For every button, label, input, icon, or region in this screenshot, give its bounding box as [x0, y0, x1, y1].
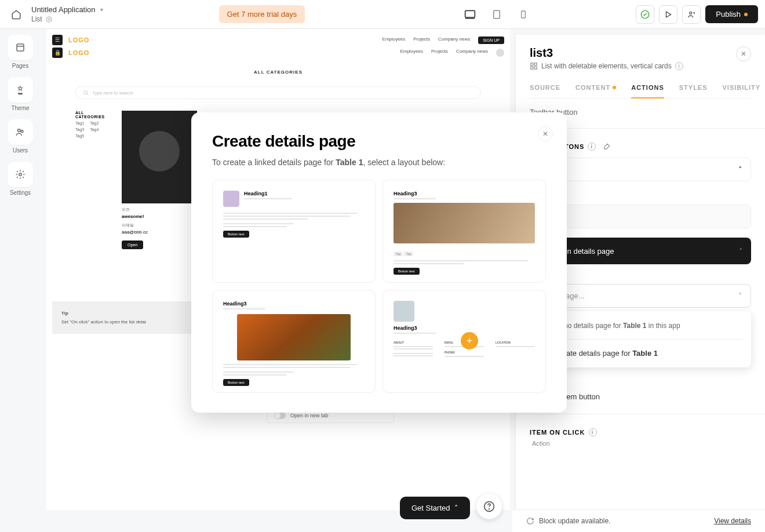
play-button[interactable]	[659, 5, 677, 24]
close-panel-button[interactable]: ✕	[736, 46, 751, 61]
layout-option-2[interactable]: Heading3 TagTag Button text	[382, 180, 546, 283]
dot-icon	[613, 86, 616, 89]
toggle-off-icon	[274, 412, 286, 419]
sidebar-item-label: Theme	[11, 105, 29, 111]
tab-label: CONTENT	[575, 84, 610, 91]
users-icon	[8, 119, 33, 145]
gear-icon[interactable]	[46, 16, 52, 23]
sidebar-item-theme[interactable]: Theme	[6, 77, 35, 111]
status-check-button[interactable]	[636, 5, 654, 24]
image-placeholder	[394, 203, 535, 243]
add-icon: +	[461, 332, 478, 349]
tab-source[interactable]: SOURCE	[530, 84, 560, 98]
image-placeholder	[237, 314, 350, 360]
get-started-label: Get Started	[411, 504, 450, 512]
brush-icon[interactable]	[603, 143, 611, 151]
svg-point-0	[48, 19, 50, 20]
tag: Tag3	[75, 127, 84, 132]
chevron-up-icon: ˄	[739, 247, 743, 256]
categories-title: ALL CATEGORIES	[75, 111, 110, 119]
chevron-up-icon: ˄	[454, 504, 458, 512]
settings-icon	[8, 162, 33, 187]
app-title-block: Untitled Application ▾ List	[31, 5, 103, 23]
chevron-up-icon: ˄	[738, 165, 742, 174]
info-icon[interactable]: i	[589, 428, 597, 436]
table-name: Table 1	[623, 322, 646, 330]
tab-visibility[interactable]: VISIBILITY	[723, 84, 761, 98]
all-categories-heading: ALL CATEGORIES	[52, 70, 504, 75]
no-details-message: There's no details page for Table 1 in t…	[539, 320, 742, 331]
svg-rect-17	[531, 67, 533, 69]
svg-rect-1	[465, 10, 475, 17]
layout-option-3[interactable]: Heading3 Button text	[212, 290, 376, 393]
sidebar-item-label: Settings	[10, 190, 31, 196]
device-desktop-button[interactable]	[462, 6, 478, 23]
table-name: Table 1	[336, 158, 363, 167]
layout-heading: Heading3	[394, 191, 535, 196]
nav-link: Employees	[400, 49, 423, 57]
modal-subtitle: To create a linked details page for Tabl…	[212, 158, 546, 167]
sidebar-item-users[interactable]: Users	[6, 119, 35, 154]
layout-button: Button text	[394, 268, 420, 275]
open-details-page-label: Open details page	[553, 247, 739, 256]
create-details-modal: ✕ Create details page To create a linked…	[191, 112, 567, 413]
nav-link: Projects	[413, 37, 430, 44]
tab-content[interactable]: CONTENT	[575, 84, 616, 98]
publish-button[interactable]: Publish	[705, 5, 758, 23]
section-item-on-click: ITEM ON CLICK	[530, 429, 585, 436]
publish-label: Publish	[716, 10, 741, 19]
sidebar-item-label: Pages	[12, 63, 28, 69]
avatar-icon	[496, 49, 504, 57]
sidebar-item-label: Users	[13, 147, 28, 154]
panel-title: list3	[530, 46, 683, 60]
device-tablet-button[interactable]	[489, 6, 505, 23]
tab-label: STYLES	[679, 84, 708, 91]
view-details-link[interactable]: View details	[714, 517, 751, 525]
table-name: Table 1	[632, 349, 658, 358]
preview-menu-icon: ☰	[52, 35, 63, 45]
breadcrumb[interactable]: List	[31, 15, 42, 23]
search-input: Type here to search	[75, 86, 481, 99]
sidebar-item-settings[interactable]: Settings	[6, 162, 35, 196]
text: To create a linked details page for	[212, 158, 336, 167]
preview-logo: LOGO	[68, 49, 89, 56]
page-label: Page	[534, 274, 751, 280]
get-started-button[interactable]: Get Started ˄	[400, 497, 470, 519]
card-title: awesome!	[122, 214, 197, 219]
publish-status-dot	[744, 13, 748, 16]
trial-button[interactable]: Get 7 more trial days	[219, 5, 305, 23]
nav-link: Employees	[382, 37, 406, 44]
svg-rect-8	[17, 44, 24, 51]
avatar-placeholder	[223, 191, 239, 207]
tab-label: VISIBILITY	[723, 84, 761, 91]
open-new-tab-label: Open in new tab	[290, 413, 329, 418]
modal-title: Create details page	[212, 132, 546, 151]
sidebar-item-pages[interactable]: Pages	[6, 35, 35, 69]
tag: Tag1	[75, 121, 84, 125]
svg-rect-16	[534, 63, 537, 65]
device-mobile-button[interactable]	[515, 6, 531, 23]
share-button[interactable]	[682, 5, 701, 24]
grid-icon	[530, 62, 538, 70]
layout-option-4[interactable]: Heading3 + ABOUT EMAILPHONE LOCATION	[382, 290, 546, 393]
modal-close-button[interactable]: ✕	[538, 126, 553, 141]
info-icon[interactable]: i	[588, 143, 596, 151]
svg-point-20	[489, 509, 490, 509]
update-message: Block update available.	[539, 517, 610, 525]
home-icon[interactable]	[7, 5, 26, 24]
layout-button: Button text	[223, 231, 249, 238]
help-button[interactable]	[476, 494, 502, 519]
preview-logo: LOGO	[68, 37, 89, 43]
create-details-page-link[interactable]: + Create details page for Table 1	[539, 348, 742, 358]
action-label: Action	[534, 191, 751, 198]
app-title[interactable]: Untitled Application	[31, 5, 96, 14]
svg-rect-15	[531, 63, 533, 65]
layout-option-1[interactable]: Heading1 Button text	[212, 180, 376, 283]
info-icon[interactable]: i	[675, 62, 683, 70]
svg-point-10	[18, 129, 21, 132]
chevron-down-icon[interactable]: ▾	[100, 6, 103, 13]
tab-actions[interactable]: ACTIONS	[631, 84, 664, 98]
categories-sidebar: ALL CATEGORIES Tag1Tag2 Tag3Tag4 Tag5	[75, 111, 110, 249]
create-details-label: Create details page for Table 1	[554, 349, 658, 358]
tab-styles[interactable]: STYLES	[679, 84, 708, 98]
